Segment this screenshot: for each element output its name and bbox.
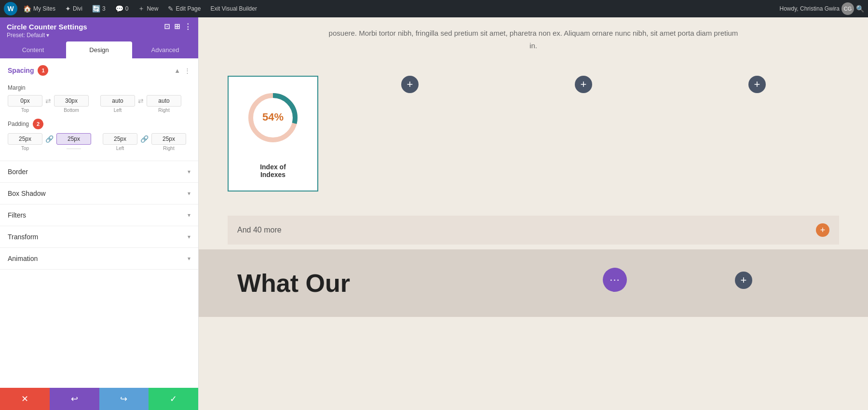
edit-page-button[interactable]: ✎ Edit Page	[164, 3, 204, 14]
cancel-button[interactable]: ✕	[0, 388, 50, 410]
margin-right-label: Right	[158, 108, 169, 113]
divi-menu[interactable]: ✦ Divi	[61, 3, 86, 14]
padding-badge: 2	[33, 119, 43, 129]
add-counter-button-2[interactable]: +	[575, 76, 592, 93]
transform-chevron[interactable]: ▾	[188, 233, 190, 240]
comments-menu[interactable]: 🔄 3	[88, 3, 109, 14]
filters-title: Filters	[8, 211, 26, 219]
animation-section: Animation ▾	[0, 248, 198, 270]
border-title: Border	[8, 168, 28, 176]
animation-title: Animation	[8, 255, 38, 262]
purple-dots-button[interactable]: ···	[603, 268, 627, 292]
spacing-section-header[interactable]: Spacing 1 ▲ ⋮	[0, 58, 198, 82]
spacing-header-icons: ▲ ⋮	[174, 67, 190, 74]
margin-left-input[interactable]	[100, 95, 135, 107]
main-layout: Circle Counter Settings ⊡ ⊞ ⋮ Preset: De…	[0, 17, 868, 410]
animation-chevron[interactable]: ▾	[188, 255, 190, 262]
undo-button[interactable]: ↩	[50, 388, 99, 410]
avatar: CG	[841, 2, 854, 15]
counter-card: 54% Index ofIndexes	[228, 76, 318, 191]
margin-left-field: Left	[100, 95, 135, 113]
preset-selector[interactable]: Preset: Default ▾	[7, 32, 191, 39]
spacing-section: Spacing 1 ▲ ⋮ Margin Top	[0, 58, 198, 161]
topbar: W 🏠 My Sites ✦ Divi 🔄 3 💬 0 ＋ New ✎ Edit…	[0, 0, 868, 17]
spacing-content: Margin Top ⇄ Bottom	[0, 84, 198, 161]
margin-link-icon[interactable]: ⇄	[44, 97, 52, 105]
what-our-section: What Our ··· +	[199, 249, 868, 317]
add-counter-button-1[interactable]: +	[401, 76, 419, 93]
padding-top-label: Top	[21, 146, 29, 151]
padding-top-input[interactable]	[8, 133, 42, 145]
animation-section-header[interactable]: Animation ▾	[0, 248, 198, 269]
filters-chevron[interactable]: ▾	[188, 212, 190, 219]
sidebar-tabs: Content Design Advanced	[0, 41, 198, 58]
settings-icon[interactable]: ⋮	[184, 67, 190, 74]
padding-link-icon[interactable]: 🔗	[44, 135, 54, 143]
box-shadow-title: Box Shadow	[8, 190, 46, 197]
more-bar-text: And 40 more	[237, 226, 282, 234]
box-shadow-chevron[interactable]: ▾	[188, 190, 190, 197]
divi-icon: ✦	[65, 5, 71, 13]
padding-top-field: Top	[8, 133, 42, 151]
transform-title: Transform	[8, 233, 38, 241]
padding-bottom-label: ———	[67, 146, 81, 151]
save-button[interactable]: ✓	[149, 388, 198, 410]
spacing-header-left: Spacing 1	[8, 65, 48, 76]
margin-bottom-input[interactable]	[54, 95, 89, 107]
exit-builder-button[interactable]: Exit Visual Builder	[206, 3, 261, 14]
tab-design[interactable]: Design	[66, 41, 132, 58]
transform-section: Transform ▾	[0, 226, 198, 248]
padding-right-input[interactable]	[151, 133, 186, 145]
redo-button[interactable]: ↪	[99, 388, 149, 410]
spacing-title: Spacing	[8, 67, 34, 74]
padding-left-field: Left	[103, 133, 137, 151]
collapse-icon[interactable]: ▲	[174, 67, 180, 74]
window-icon[interactable]: ⊡	[164, 22, 170, 31]
margin-bottom-field: Bottom	[54, 95, 89, 113]
user-info: Howdy, Christina Gwira CG 🔍	[780, 2, 864, 15]
new-button[interactable]: ＋ New	[134, 2, 162, 15]
padding-bottom-input[interactable]	[56, 133, 91, 145]
expand-icon[interactable]: ⊞	[174, 22, 180, 31]
add-counter-button-3[interactable]: +	[748, 76, 766, 93]
border-chevron[interactable]: ▾	[188, 168, 190, 175]
search-icon[interactable]: 🔍	[856, 5, 864, 13]
circle-svg: 54%	[244, 89, 302, 147]
spacing-badge: 1	[38, 65, 48, 76]
margin-link-right-icon[interactable]: ⇄	[137, 97, 145, 105]
box-shadow-section: Box Shadow ▾	[0, 183, 198, 205]
margin-row: Top ⇄ Bottom Left ⇄	[8, 95, 190, 113]
margin-bottom-label: Bottom	[64, 108, 79, 113]
more-bar-add-button[interactable]: +	[816, 223, 829, 237]
sidebar-content: Spacing 1 ▲ ⋮ Margin Top	[0, 58, 198, 388]
padding-row: Top 🔗 ——— Left 🔗	[8, 133, 190, 151]
circle-chart: 54%	[244, 89, 302, 147]
tab-advanced[interactable]: Advanced	[132, 41, 198, 58]
border-section-header[interactable]: Border ▾	[0, 161, 198, 182]
more-icon[interactable]: ⋮	[184, 22, 191, 31]
margin-top-input[interactable]	[8, 95, 42, 107]
margin-label: Margin	[8, 84, 190, 91]
counter-slot-3: +	[675, 76, 839, 93]
text-section: posuere. Morbi tortor nibh, fringilla se…	[199, 17, 868, 66]
edit-icon: ✎	[168, 5, 174, 13]
filters-section-header[interactable]: Filters ▾	[0, 205, 198, 226]
counter-slot-2: +	[502, 76, 665, 93]
add-what-button[interactable]: +	[735, 272, 752, 289]
box-shadow-section-header[interactable]: Box Shadow ▾	[0, 183, 198, 204]
messages-menu[interactable]: 💬 0	[111, 3, 133, 14]
padding-label-row: Padding 2	[8, 119, 190, 129]
padding-right-label: Right	[163, 146, 174, 151]
counter-slot-1: +	[328, 76, 492, 93]
my-sites-menu[interactable]: 🏠 My Sites	[19, 3, 59, 14]
sidebar-bottom-toolbar: ✕ ↩ ↪ ✓	[0, 388, 198, 410]
padding-label: Padding	[8, 121, 29, 127]
comments-icon: 🔄	[92, 5, 100, 13]
transform-section-header[interactable]: Transform ▾	[0, 226, 198, 247]
tab-content[interactable]: Content	[0, 41, 66, 58]
padding-link-right-icon[interactable]: 🔗	[139, 135, 149, 143]
wordpress-icon[interactable]: W	[4, 2, 17, 15]
margin-right-input[interactable]	[147, 95, 181, 107]
padding-left-input[interactable]	[103, 133, 137, 145]
home-icon: 🏠	[23, 5, 31, 13]
